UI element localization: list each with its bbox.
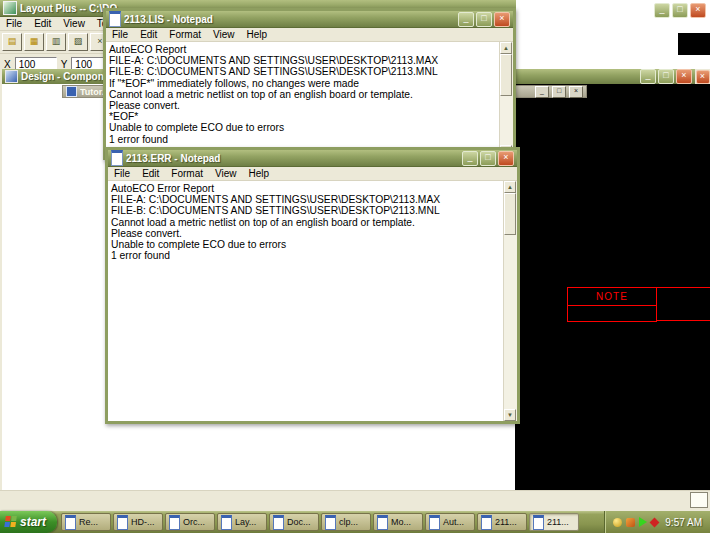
close-button[interactable]: × [676,69,692,84]
maximize-button[interactable]: □ [658,69,674,84]
task-label: 211... [495,517,517,527]
tray-play-icon[interactable] [639,517,647,527]
scrollbar-thumb[interactable] [500,54,512,96]
minimize-button[interactable]: _ [654,3,670,18]
menu-view[interactable]: View [209,168,243,179]
text-line: Unable to complete ECO due to errors [109,122,497,133]
menu-edit[interactable]: Edit [28,18,57,29]
maximize-button[interactable]: □ [476,12,492,27]
close-button[interactable]: × [498,151,514,166]
taskbar-button[interactable]: 211... [477,513,527,531]
menu-view[interactable]: View [57,18,91,29]
taskbar: start Re... HD-... Orc... Lay... Doc... [0,511,710,533]
restore-button[interactable]: □ [552,86,566,98]
taskbar-button[interactable]: Lay... [217,513,267,531]
minimize-button[interactable]: _ [462,151,478,166]
task-icon [221,515,232,530]
menu-file[interactable]: File [0,18,28,29]
taskbar-button-active[interactable]: 211... [529,513,579,531]
menu-help[interactable]: Help [243,168,276,179]
menu-edit[interactable]: Edit [136,168,165,179]
text-line: FILE-B: C:\DOCUMENTS AND SETTINGS\USER\D… [109,66,497,77]
notepad-lis-menubar: File Edit Format View Help [106,28,513,42]
task-label: HD-... [131,517,155,527]
task-label: Doc... [287,517,311,527]
tray-alert-icon[interactable] [650,517,660,527]
scroll-up-icon[interactable]: ▲ [504,181,516,193]
menu-file[interactable]: File [108,168,136,179]
taskbar-button[interactable]: Orc... [165,513,215,531]
menu-help[interactable]: Help [241,29,274,40]
text-line: AutoECO Error Report [111,183,501,194]
y-coordinate-label: Y [61,59,68,70]
notepad-err-window: 2113.ERR - Notepad _ □ × File Edit Forma… [105,147,520,424]
task-icon [533,515,544,530]
toolbar-spreadsheet-icon[interactable]: ▨ [68,33,88,51]
menu-file[interactable]: File [106,29,134,40]
start-label: start [20,515,46,529]
status-corner-button[interactable] [690,492,708,508]
windows-flag-icon [4,516,18,528]
layout-plus-app-icon [3,1,17,15]
menu-format[interactable]: Format [163,29,207,40]
text-line: Please convert. [109,100,497,111]
note-lower-box [567,305,657,322]
close-button[interactable]: × [696,70,710,84]
notepad-err-titlebar[interactable]: 2113.ERR - Notepad _ □ × [108,150,517,167]
notepad-lis-titlebar[interactable]: 2113.LIS - Notepad _ □ × [106,11,513,28]
taskbar-button[interactable]: clp... [321,513,371,531]
notepad-err-title: 2113.ERR - Notepad [126,153,459,164]
taskbar-button[interactable]: Aut... [425,513,475,531]
notepad-err-controls: _ □ × [462,151,514,166]
text-line: *EOF* [109,111,497,122]
toolbar-open-icon[interactable]: ▤ [2,33,22,51]
vertical-scrollbar[interactable]: ▲ ▼ [499,42,513,157]
task-icon [273,515,284,530]
toolbar-save-icon[interactable]: ▦ [24,33,44,51]
tray-update-icon[interactable] [626,518,635,527]
text-line: AutoECO Report [109,44,497,55]
scroll-down-icon[interactable]: ▼ [504,409,516,421]
start-button[interactable]: start [0,511,57,533]
menu-edit[interactable]: Edit [134,29,163,40]
maximize-button[interactable]: □ [672,3,688,18]
menu-view[interactable]: View [207,29,241,40]
text-line: 1 error found [111,250,501,261]
taskbar-button[interactable]: HD-... [113,513,163,531]
pcb-design-canvas[interactable]: NOTE [515,84,710,490]
text-line: Cannot load a metric netlist on top of a… [111,217,501,228]
notepad-err-text-area[interactable]: AutoECO Error Report FILE-A: C:\DOCUMENT… [108,181,517,421]
tray-status-icon[interactable] [613,518,622,527]
minimize-button[interactable]: _ [458,12,474,27]
task-label: clp... [339,517,358,527]
text-line: 1 error found [109,134,497,145]
task-icon [65,515,76,530]
scrollbar-thumb[interactable] [504,193,516,235]
taskbar-button[interactable]: Mo... [373,513,423,531]
background-window-controls: _ □ × [654,3,706,18]
minimize-button[interactable]: _ [640,69,656,84]
close-button[interactable]: × [494,12,510,27]
minimize-button[interactable]: _ [535,86,549,98]
menu-format[interactable]: Format [165,168,209,179]
x-coordinate-label: X [4,59,11,70]
close-button[interactable]: × [690,3,706,18]
task-icon [325,515,336,530]
notepad-lis-controls: _ □ × [458,12,510,27]
task-icon [117,515,128,530]
canvas-fragment [678,33,710,55]
notepad-icon [109,11,121,27]
taskbar-button[interactable]: Doc... [269,513,319,531]
task-label: Aut... [443,517,464,527]
close-button[interactable]: × [569,86,583,98]
note-text: NOTE [596,291,628,302]
task-icon [429,515,440,530]
taskbar-button[interactable]: Re... [61,513,111,531]
text-line: Unable to complete ECO due to errors [111,239,501,250]
scroll-up-icon[interactable]: ▲ [500,42,512,54]
toolbar-library-icon[interactable]: ▥ [46,33,66,51]
maximize-button[interactable]: □ [480,151,496,166]
vertical-scrollbar[interactable]: ▲ ▼ [503,181,517,421]
red-trace-line [656,287,710,288]
notepad-lis-text-area[interactable]: AutoECO Report FILE-A: C:\DOCUMENTS AND … [106,42,513,157]
